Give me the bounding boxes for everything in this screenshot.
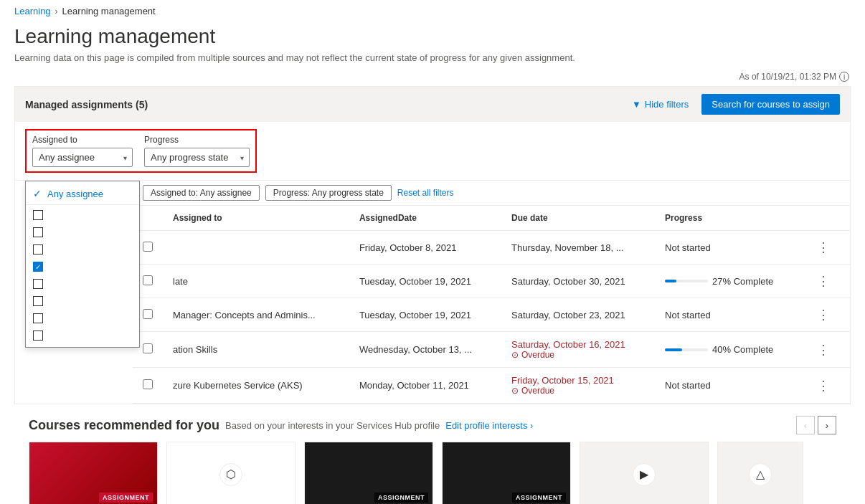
row-checkbox[interactable]	[143, 379, 153, 389]
row-assigned-to: ation Skills	[163, 332, 349, 368]
course-card-4[interactable]: ASSIGNMENT ON-DEMAND VIDEOS	[442, 442, 571, 504]
progress-bar	[665, 348, 708, 351]
assigned-to-label: Assigned to	[32, 135, 133, 145]
overdue-text: Overdue	[521, 386, 554, 396]
overdue-date-text: Friday, October 15, 2021	[511, 375, 645, 386]
timestamp-label: As of 10/19/21, 01:32 PM	[739, 72, 836, 82]
assignments-header: Managed assignments (5) ▼ Hide filters S…	[15, 87, 850, 122]
breadcrumb-learning-link[interactable]: Learning	[14, 6, 51, 16]
row-progress: Not started	[655, 231, 802, 265]
course-card-5[interactable]: ▶ ON-DEMAND VIDEOS	[580, 442, 709, 504]
row-more-button[interactable]: ⋮	[813, 376, 834, 395]
dropdown-item-8[interactable]	[26, 327, 139, 344]
due-date-overdue-container: Friday, October 15, 2021 ⊙ Overdue	[511, 375, 645, 396]
filters-highlighted-box: Assigned to Any assignee ▾ Progress	[25, 129, 257, 173]
card-icon-6: △	[749, 463, 772, 486]
table-row: late Tuesday, October 19, 2021 Saturday,…	[133, 265, 850, 298]
row-due-date: Friday, October 15, 2021 ⊙ Overdue	[501, 368, 655, 404]
row-assigned-to: late	[163, 265, 349, 298]
dropdown-item-1[interactable]	[26, 206, 139, 224]
row-more-button[interactable]: ⋮	[813, 305, 834, 324]
header-actions: ▼ Hide filters Search for courses to ass…	[626, 94, 840, 115]
assignments-section: Managed assignments (5) ▼ Hide filters S…	[14, 86, 851, 404]
table-row: ation Skills Wednesday, October 13, ... …	[133, 332, 850, 368]
checkbox-8	[33, 331, 43, 341]
row-assigned-to: zure Kubernetes Service (AKS)	[163, 368, 349, 404]
row-assigned-date: Wednesday, October 13, ...	[349, 332, 501, 368]
info-icon[interactable]: i	[839, 72, 849, 82]
courses-rec-subtitle: Based on your interests in your Services…	[225, 420, 440, 431]
col-header-assigned-to: Assigned to	[163, 206, 349, 231]
overdue-icon: ⊙	[511, 386, 519, 396]
card-image-4: ASSIGNMENT	[443, 442, 570, 504]
row-assigned-date: Tuesday, October 19, 2021	[349, 298, 501, 332]
breadcrumb-separator: ›	[55, 6, 58, 16]
row-due-date: Saturday, October 30, 2021	[501, 265, 655, 298]
overdue-label: ⊙ Overdue	[511, 386, 645, 396]
reset-filters-link[interactable]: Reset all filters	[397, 188, 454, 198]
hide-filters-label: Hide filters	[645, 99, 689, 110]
row-assigned-date: Monday, October 11, 2021	[349, 368, 501, 404]
row-more-button[interactable]: ⋮	[813, 272, 834, 290]
course-card-1[interactable]: ASSIGNMENT ON-DEMAND VIDEOS	[29, 442, 158, 504]
breadcrumb: Learning › Learning management	[0, 0, 865, 22]
assigned-to-select[interactable]: Any assignee	[32, 148, 133, 167]
table-area: Assigned to: Any assignee Progress: Any …	[133, 181, 850, 404]
hide-filters-button[interactable]: ▼ Hide filters	[626, 95, 694, 113]
progress-fill	[665, 280, 676, 282]
dropdown-item-3[interactable]	[26, 241, 139, 258]
table-header-row: Assigned to AssignedDate Due date Progre…	[133, 206, 850, 231]
progress-label: Progress	[144, 135, 250, 145]
courses-next-button[interactable]: ›	[818, 416, 836, 434]
row-actions: ⋮	[803, 298, 850, 332]
card-image-1: ASSIGNMENT	[29, 442, 157, 504]
card-badge-3: ASSIGNMENT	[374, 493, 428, 503]
card-image-2: ⬡	[167, 442, 295, 504]
row-checkbox[interactable]	[143, 275, 153, 285]
dropdown-item-4[interactable]: ✓	[26, 258, 139, 275]
row-checkbox[interactable]	[143, 309, 153, 319]
progress-text: 27% Complete	[712, 276, 773, 287]
dropdown-item-label: Any assignee	[47, 189, 103, 199]
progress-fill	[665, 348, 682, 351]
row-assigned-to	[163, 231, 349, 265]
edit-profile-link[interactable]: Edit profile interests ›	[445, 420, 533, 431]
assignee-dropdown-open[interactable]: ✓ Any assignee	[25, 181, 140, 348]
dropdown-item-7[interactable]	[26, 310, 139, 327]
course-card-6[interactable]: △ ON-DEMAND VIDE	[717, 442, 803, 504]
assigned-to-filter-group: Assigned to Any assignee ▾	[32, 135, 133, 167]
course-cards-container: ASSIGNMENT ON-DEMAND VIDEOS ⬡ ON-DEMAND …	[29, 442, 836, 504]
courses-prev-button[interactable]: ‹	[796, 416, 815, 434]
dropdown-item-2[interactable]	[26, 224, 139, 241]
dropdown-item-6[interactable]	[26, 293, 139, 310]
filters-bar: Assigned to Any assignee ▾ Progress	[15, 122, 850, 181]
overdue-text: Overdue	[521, 350, 554, 360]
row-actions: ⋮	[803, 332, 850, 368]
filter-tag-assigned: Assigned to: Any assignee	[143, 185, 260, 201]
filter-icon: ▼	[632, 99, 641, 110]
row-actions: ⋮	[803, 231, 850, 265]
overdue-label: ⊙ Overdue	[511, 350, 645, 360]
course-card-3[interactable]: ASSIGNMENT ON-DEMAND VIDEOS	[304, 442, 433, 504]
row-progress: 40% Complete	[655, 332, 802, 368]
search-courses-button[interactable]: Search for courses to assign	[701, 94, 840, 115]
row-more-button[interactable]: ⋮	[813, 341, 834, 359]
progress-select[interactable]: Any progress state	[144, 148, 250, 167]
assignments-table-container: Assigned to AssignedDate Due date Progre…	[133, 206, 850, 404]
dropdown-item-any-assignee[interactable]: ✓ Any assignee	[26, 184, 139, 203]
courses-rec-title: Courses recommended for you	[29, 418, 219, 433]
card-image-3: ASSIGNMENT	[305, 442, 432, 504]
timestamp-row: As of 10/19/21, 01:32 PM i	[14, 72, 851, 82]
row-assigned-date: Friday, October 8, 2021	[349, 231, 501, 265]
row-checkbox[interactable]	[143, 242, 153, 252]
row-progress: 27% Complete	[655, 265, 802, 298]
progress-filter-group: Progress Any progress state ▾	[144, 135, 250, 167]
dropdown-item-5[interactable]	[26, 275, 139, 293]
col-header-progress: Progress	[655, 206, 802, 231]
course-card-2[interactable]: ⬡ ON-DEMAND VIDEOS	[166, 442, 296, 504]
row-actions: ⋮	[803, 368, 850, 404]
row-checkbox[interactable]	[143, 343, 153, 353]
row-more-button[interactable]: ⋮	[813, 238, 834, 257]
card-icon-5: ▶	[633, 463, 656, 486]
row-progress: Not started	[655, 368, 802, 404]
